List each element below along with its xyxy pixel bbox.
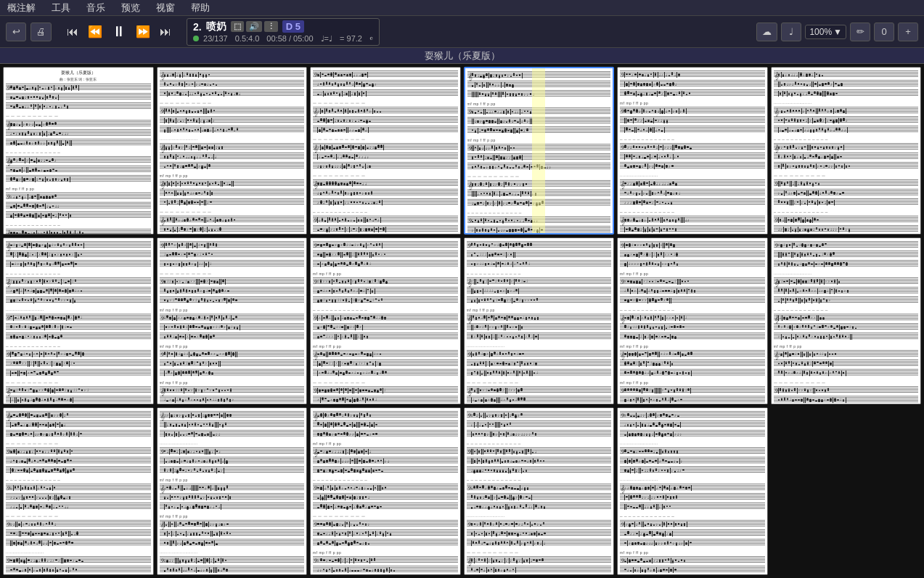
score-page-6[interactable]: ♪♩♩♩♪♩♩♪♩♩♪♪♩𝄞∙∙∙∙∙∙∙∙∙∙∙∙∙∙∙∙∙∙∙∙∙∙∙∙∙∙… [771, 67, 922, 235]
track-icon-2: 🔊 [246, 21, 262, 32]
time-sig: 𝄴 [369, 34, 373, 44]
track-icon-1: ⬚ [231, 21, 244, 32]
score-page-11[interactable]: ♩♪♪♩♪♪♪♩♪♪♩♩♪♪♪♪♪𝄢mf mp f ff p pp♪♪♩♩♩♩♪… [617, 237, 768, 405]
note-button[interactable]: ♩ [781, 23, 801, 41]
track-icon-3: ⋮ [264, 21, 278, 32]
zoom-level: 100% [809, 27, 832, 37]
tempo-indicator: 0.5:4.0 [235, 34, 260, 43]
menu-item-music[interactable]: 音乐 [83, 1, 108, 15]
menu-item-help[interactable]: 帮助 [188, 1, 213, 15]
toolbar: ↩ 🖨 ⏮ ⏪ ⏸ ⏩ ⏭ 2. 喷奶 ⬚ 🔊 ⋮ D 5 23/137 0.5… [0, 16, 924, 48]
undo-button[interactable]: ↩ [6, 23, 26, 41]
menubar: 概注解 工具 音乐 预览 视窗 帮助 [0, 0, 924, 16]
play-pause-button[interactable]: ⏸ [108, 22, 130, 41]
print-button[interactable]: 🖨 [30, 23, 52, 41]
zoom-chevron: ▼ [833, 27, 842, 37]
score-page-12[interactable]: ♩♩♩♪♪♩♪♩♪𝄢∙∙∙∙∙∙∙∙∙∙∙∙∙∙∙∙∙∙∙∙∙∙∙∙∙∙∙∙♩♩… [771, 237, 922, 405]
fast-forward-to-end-button[interactable]: ⏭ [156, 24, 175, 40]
score-page-10[interactable]: ♪♩♩♩♩♩♪♪♩♩♩♩♩♩♩𝄢─ ─ ─ ─ ─ ─ ─ ─ ─ ─ ─ ─ … [464, 237, 615, 405]
measure-number: 23/137 [193, 34, 228, 43]
score-page-1[interactable]: 耍猴儿（乐夏版）曲：张亚东 词：张亚东♩♪♪♩♩♪♪♪♪𝄢一 一 一 一 一 一… [3, 67, 154, 235]
d-badge: D 5 [282, 20, 304, 33]
playback-time: 00:58 / 05:00 [266, 34, 313, 43]
score-page-5[interactable]: ♪♩♩♪♩♩♪♩♩♩♪♩𝄢mf mp f ff p pp♩♪♩♩♪♪♪♪♪♩♩♩… [617, 67, 768, 235]
note-symbols: ♩=♩ [321, 34, 332, 44]
rewind-to-start-button[interactable]: ⏮ [63, 24, 82, 40]
pencil-button[interactable]: ✏ [850, 23, 870, 41]
section-title: 耍猴儿（乐夏版） [0, 48, 924, 64]
score-page-14[interactable]: ♩♪♩♪♩♪♩♩♩𝄞∙∙∙∙∙∙∙∙∙∙∙∙∙∙∙∙∙∙∙∙∙∙∙∙∙∙∙∙♩♩… [157, 407, 308, 575]
score-page-4[interactable]: ♩♩♪♪♪♩♪♪♩𝄞mf mp f ff p pp♩♪♪♩♩♪♩♩♪♩♩♩♪♩♪… [464, 67, 615, 235]
add-button[interactable]: + [898, 23, 918, 41]
track-name: 喷奶 [206, 20, 226, 33]
zoom-control[interactable]: 100% ▼ [805, 25, 846, 39]
menu-item-annotate[interactable]: 概注解 [4, 1, 38, 15]
right-toolbar: ☁ ♩ 100% ▼ ✏ 0 + [756, 23, 918, 41]
score-page-2[interactable]: ♩♩♪♪♪♪♩♩♩♩♩♩♩♩𝄞一 一 一 一 一 一 一 一 一 一♪♪♪♩♪♪… [157, 67, 308, 235]
score-page-7[interactable]: ♩♩♪♩♪♪♪♩♩♪♩♪♪♩♪♪♩𝄞─ ─ ─ ─ ─ ─ ─ ─ ─ ─ ─ … [3, 237, 154, 405]
score-grid: 耍猴儿（乐夏版）曲：张亚东 词：张亚东♩♪♪♩♩♪♪♪♪𝄢一 一 一 一 一 一… [0, 64, 924, 578]
score-page-17[interactable]: ♪♩♪♩♪♪♩♩♩♩♪♩♪𝄢∙∙∙∙∙∙∙∙∙∙∙∙∙∙∙∙∙∙∙∙∙∙∙∙∙∙… [617, 407, 768, 575]
menu-item-preview[interactable]: 预览 [118, 1, 143, 15]
fast-forward-button[interactable]: ⏩ [132, 23, 154, 40]
track-icons: ⬚ 🔊 ⋮ [231, 21, 278, 32]
menu-item-tools[interactable]: 工具 [49, 1, 73, 15]
score-page-13[interactable]: ♪♪♩♪♪♩♩♩♪♪♩♪♩𝄞一 一 一 一 一 一 一 一 一 一♪♩♪♪♪♩♩… [3, 407, 154, 575]
menu-item-window[interactable]: 视窗 [153, 1, 178, 15]
score-page-3[interactable]: ♩♪♩♩♩♪♩♩♩𝄢一 一 一 一 一 一 一 一 一 一♩♪♩♪♪♩♪♪♩𝄞一… [310, 67, 461, 235]
track-info-box: 2. 喷奶 ⬚ 🔊 ⋮ D 5 23/137 0.5:4.0 00:58 / 0… [187, 18, 380, 46]
track-number: 2. [193, 21, 202, 33]
score-page-16[interactable]: ♩♩♪♪♩♪♪♩♩♪♪♩♩♪♩♩♪♪𝄢─ ─ ─ ─ ─ ─ ─ ─ ─ ─ ─… [464, 407, 615, 575]
bpm: = 97.2 [340, 34, 362, 43]
transport-controls: ⏮ ⏪ ⏸ ⏩ ⏭ [63, 22, 175, 41]
count-badge[interactable]: 0 [874, 23, 894, 41]
score-page-15[interactable]: ♪♩♪♪♪♪♪𝄞mf mp f ff p pp♪♪♩♩♩♩♩♪♩♩♪♩♪♩♪𝄞─… [310, 407, 461, 575]
cloud-button[interactable]: ☁ [756, 23, 777, 41]
rewind-button[interactable]: ⏪ [84, 23, 106, 40]
score-page-8[interactable]: ♪♩♩♩♪♪♩♪♪♩♩♩𝄢一 一 一 一 一 一 一 一 一 一♩♩♪♩♪♪♪♪… [157, 237, 308, 405]
score-page-9[interactable]: ♪♪♩♩♩♪♪♪♪♩♪♪♪♩♩𝄢mf mp f ff p pp♩♪♪♪♩♩♩♩♪… [310, 237, 461, 405]
